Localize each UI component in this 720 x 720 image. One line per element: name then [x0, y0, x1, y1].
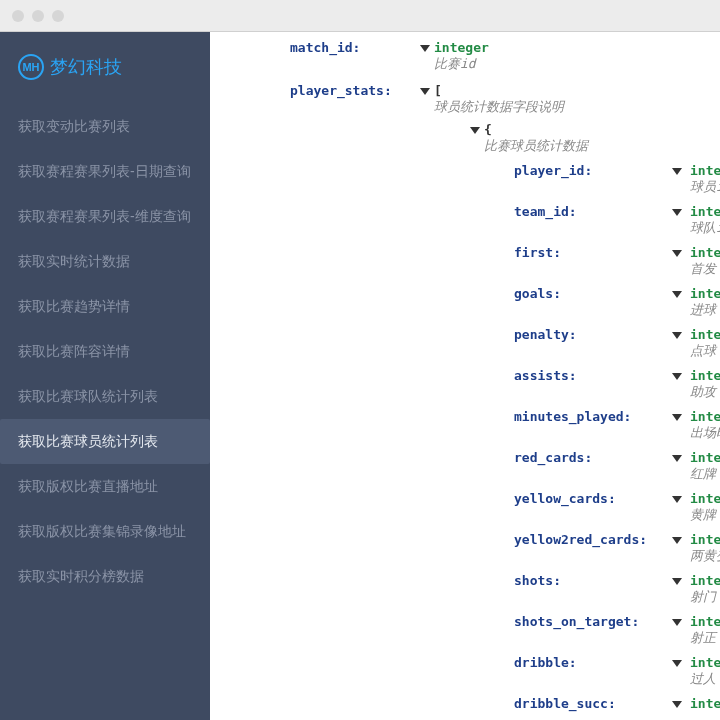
schema-field-12[interactable]: dribble:integer — [514, 655, 720, 670]
schema-field-desc-4: 点球 — [690, 342, 720, 360]
schema-field-2[interactable]: first:integer — [514, 245, 720, 260]
window-titlebar — [0, 0, 720, 32]
caret-down-icon[interactable] — [672, 578, 682, 585]
sidebar-item-9[interactable]: 获取版权比赛集锦录像地址 — [0, 509, 210, 554]
sidebar-item-3[interactable]: 获取实时统计数据 — [0, 239, 210, 284]
schema-field-11[interactable]: shots_on_target:integer — [514, 614, 720, 629]
sidebar-item-0[interactable]: 获取变动比赛列表 — [0, 104, 210, 149]
main-content: match_id: integer 比赛id player_stats: [ — [210, 32, 720, 720]
brand-logo[interactable]: MH 梦幻科技 — [0, 50, 210, 104]
schema-field-0[interactable]: player_id:integer — [514, 163, 720, 178]
caret-down-icon[interactable] — [672, 619, 682, 626]
schema-field-desc-12: 过人 — [690, 670, 720, 688]
sidebar-item-5[interactable]: 获取比赛阵容详情 — [0, 329, 210, 374]
caret-down-icon[interactable] — [672, 373, 682, 380]
schema-field-desc-8: 黄牌 — [690, 506, 720, 524]
schema-field-desc-3: 进球 — [690, 301, 720, 319]
schema-field-3[interactable]: goals:integer — [514, 286, 720, 301]
traffic-light-minimize[interactable] — [32, 10, 44, 22]
sidebar-item-6[interactable]: 获取比赛球队统计列表 — [0, 374, 210, 419]
caret-down-icon[interactable] — [672, 701, 682, 708]
caret-down-icon[interactable] — [420, 45, 430, 52]
nav-list: 获取变动比赛列表获取赛程赛果列表-日期查询获取赛程赛果列表-维度查询获取实时统计… — [0, 104, 210, 599]
schema-field-6[interactable]: minutes_played:integer — [514, 409, 720, 424]
caret-down-icon[interactable] — [470, 127, 480, 134]
caret-down-icon[interactable] — [672, 332, 682, 339]
caret-down-icon[interactable] — [672, 455, 682, 462]
schema-field-desc-7: 红牌 — [690, 465, 720, 483]
schema-field-desc-9: 两黄变红 — [690, 547, 720, 565]
schema-field-desc-6: 出场时间(分钟 — [690, 424, 720, 442]
caret-down-icon[interactable] — [672, 660, 682, 667]
schema-field-1[interactable]: team_id:integer — [514, 204, 720, 219]
sidebar: MH 梦幻科技 获取变动比赛列表获取赛程赛果列表-日期查询获取赛程赛果列表-维度… — [0, 32, 210, 720]
caret-down-icon[interactable] — [672, 537, 682, 544]
schema-field-desc-10: 射门 — [690, 588, 720, 606]
schema-field-desc-0: 球员id — [690, 178, 720, 196]
schema-tree: match_id: integer 比赛id player_stats: [ — [210, 40, 720, 717]
schema-field-13[interactable]: dribble_succ:integer — [514, 696, 720, 711]
schema-field-desc-5: 助攻 — [690, 383, 720, 401]
schema-field-desc-1: 球队id — [690, 219, 720, 237]
schema-field-9[interactable]: yellow2red_cards:integer — [514, 532, 720, 547]
traffic-light-zoom[interactable] — [52, 10, 64, 22]
field-player-stats[interactable]: player_stats: [ 球员统计数据字段说明 { 比赛球员统计数据 — [290, 83, 720, 717]
field-match-id[interactable]: match_id: integer 比赛id — [290, 40, 720, 73]
logo-icon: MH — [18, 54, 44, 80]
caret-down-icon[interactable] — [672, 168, 682, 175]
caret-down-icon[interactable] — [672, 209, 682, 216]
caret-down-icon[interactable] — [672, 496, 682, 503]
sidebar-item-1[interactable]: 获取赛程赛果列表-日期查询 — [0, 149, 210, 194]
schema-field-8[interactable]: yellow_cards:integer — [514, 491, 720, 506]
schema-field-10[interactable]: shots:integer — [514, 573, 720, 588]
schema-field-desc-2: 首发 — [690, 260, 720, 278]
caret-down-icon[interactable] — [672, 291, 682, 298]
brand-name: 梦幻科技 — [50, 55, 122, 79]
schema-field-5[interactable]: assists:integer — [514, 368, 720, 383]
caret-down-icon[interactable] — [672, 414, 682, 421]
sidebar-item-10[interactable]: 获取实时积分榜数据 — [0, 554, 210, 599]
sidebar-item-2[interactable]: 获取赛程赛果列表-维度查询 — [0, 194, 210, 239]
sidebar-item-7[interactable]: 获取比赛球员统计列表 — [0, 419, 210, 464]
sidebar-item-4[interactable]: 获取比赛趋势详情 — [0, 284, 210, 329]
schema-field-7[interactable]: red_cards:integer — [514, 450, 720, 465]
schema-field-4[interactable]: penalty:integer — [514, 327, 720, 342]
caret-down-icon[interactable] — [420, 88, 430, 95]
traffic-light-close[interactable] — [12, 10, 24, 22]
sidebar-item-8[interactable]: 获取版权比赛直播地址 — [0, 464, 210, 509]
schema-field-desc-11: 射正 — [690, 629, 720, 647]
caret-down-icon[interactable] — [672, 250, 682, 257]
